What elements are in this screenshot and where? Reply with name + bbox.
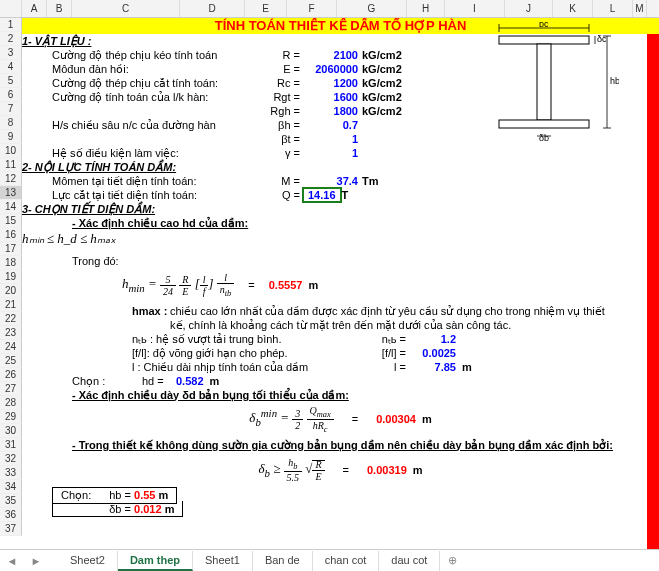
row-header-28[interactable]: 28: [0, 396, 22, 410]
row-header-33[interactable]: 33: [0, 466, 22, 480]
col-header-I[interactable]: I: [445, 0, 505, 17]
col-header-D[interactable]: D: [180, 0, 245, 17]
unit: T: [342, 189, 402, 201]
svg-rect-0: [499, 36, 589, 44]
label: Chọn :: [72, 375, 142, 388]
unit: m: [165, 503, 175, 515]
row-header-5[interactable]: 5: [0, 74, 22, 88]
value[interactable]: 0.7: [302, 119, 362, 131]
tab-chan-cot[interactable]: chan cot: [313, 551, 380, 571]
row-header-4[interactable]: 4: [0, 60, 22, 74]
row-header-32[interactable]: 32: [0, 452, 22, 466]
value[interactable]: 1.2: [406, 333, 456, 345]
col-header-J[interactable]: J: [505, 0, 553, 17]
value[interactable]: 37.4: [302, 175, 362, 187]
formula-deltab-min: δbmin = 32 QmaxhRc: [249, 405, 333, 434]
row-header-23[interactable]: 23: [0, 326, 22, 340]
row-header-31[interactable]: 31: [0, 438, 22, 452]
unit: kG/cm2: [362, 63, 422, 75]
tab-dau-cot[interactable]: dau cot: [379, 551, 440, 571]
subsection-3b: - Xác định chiều dày δd bản bụng tối thi…: [72, 389, 349, 402]
label: Cường độ tính toán của l/k hàn:: [52, 91, 262, 104]
tab-nav-prev-icon[interactable]: ◄: [0, 555, 24, 567]
row-header-26[interactable]: 26: [0, 368, 22, 382]
choice-box-2: Chọn: δb = 0.012 m: [52, 501, 183, 517]
col-header-M[interactable]: M: [633, 0, 647, 17]
worksheet-area[interactable]: TÍNH TOÁN THIẾT KẾ DẦM TỔ HỢP HÀN 1- VẬT…: [22, 18, 659, 549]
value[interactable]: 1600: [302, 91, 362, 103]
tab-sheet2[interactable]: Sheet2: [58, 551, 118, 571]
result: 0.00319: [367, 464, 407, 476]
value[interactable]: 1: [302, 133, 362, 145]
label: H/s chiều sâu n/c của đường hàn: [52, 119, 262, 132]
value[interactable]: 1200: [302, 77, 362, 89]
row-header-21[interactable]: 21: [0, 298, 22, 312]
row-header-17[interactable]: 17: [0, 242, 22, 256]
row-header-24[interactable]: 24: [0, 340, 22, 354]
col-header-K[interactable]: K: [553, 0, 593, 17]
row-header-15[interactable]: 15: [0, 214, 22, 228]
row-header-1[interactable]: 1: [0, 18, 22, 32]
row-header-3[interactable]: 3: [0, 46, 22, 60]
value[interactable]: 2060000: [302, 63, 362, 75]
symbol: βt =: [262, 133, 302, 145]
row-header-12[interactable]: 12: [0, 172, 22, 186]
add-sheet-icon[interactable]: ⊕: [440, 554, 464, 567]
row-header-8[interactable]: 8: [0, 116, 22, 130]
unit: kG/cm2: [362, 49, 422, 61]
row-header-2[interactable]: 2: [0, 32, 22, 46]
row-header-30[interactable]: 30: [0, 424, 22, 438]
row-header-19[interactable]: 19: [0, 270, 22, 284]
value[interactable]: 1: [302, 147, 362, 159]
value[interactable]: 2100: [302, 49, 362, 61]
tab-dam-thep[interactable]: Dam thep: [118, 551, 193, 571]
row-header-11[interactable]: 11: [0, 158, 22, 172]
col-header-E[interactable]: E: [245, 0, 287, 17]
row-header-18[interactable]: 18: [0, 256, 22, 270]
row-header-6[interactable]: 6: [0, 88, 22, 102]
col-header-A[interactable]: A: [22, 0, 47, 17]
symbol: Rgt =: [262, 91, 302, 103]
row-header-29[interactable]: 29: [0, 410, 22, 424]
unit: kG/cm2: [362, 77, 422, 89]
value[interactable]: 0.0025: [406, 347, 456, 359]
row-header-35[interactable]: 35: [0, 494, 22, 508]
col-header-B[interactable]: B: [47, 0, 72, 17]
row-header-34[interactable]: 34: [0, 480, 22, 494]
col-header-H[interactable]: H: [407, 0, 445, 17]
value[interactable]: 0.012: [134, 503, 162, 515]
label-hmax: hmax :: [132, 305, 170, 317]
row-header-37[interactable]: 37: [0, 522, 22, 536]
col-header-L[interactable]: L: [593, 0, 633, 17]
row-header-10[interactable]: 10: [0, 144, 22, 158]
symbol: l =: [362, 361, 406, 373]
row-header-16[interactable]: 16: [0, 228, 22, 242]
tab-nav-next-icon[interactable]: ►: [24, 555, 48, 567]
value[interactable]: 7.85: [406, 361, 456, 373]
row-header-20[interactable]: 20: [0, 284, 22, 298]
selected-cell[interactable]: 14.16: [302, 187, 342, 203]
row-header-36[interactable]: 36: [0, 508, 22, 522]
col-header-G[interactable]: G: [337, 0, 407, 17]
row-header-25[interactable]: 25: [0, 354, 22, 368]
value[interactable]: 0.582: [176, 375, 204, 387]
row-header-27[interactable]: 27: [0, 382, 22, 396]
col-header-F[interactable]: F: [287, 0, 337, 17]
label: Chọn:: [61, 489, 91, 502]
row-header-13[interactable]: 13: [0, 186, 22, 200]
tab-sheet1[interactable]: Sheet1: [193, 551, 253, 571]
value[interactable]: 0.55: [134, 489, 155, 501]
tab-ban-de[interactable]: Ban de: [253, 551, 313, 571]
svg-rect-2: [499, 120, 589, 128]
row-header-9[interactable]: 9: [0, 130, 22, 144]
result: 0.5557: [269, 279, 303, 291]
value[interactable]: 1800: [302, 105, 362, 117]
col-header-C[interactable]: C: [72, 0, 180, 17]
row-header-14[interactable]: 14: [0, 200, 22, 214]
svg-text:bc: bc: [539, 22, 549, 29]
formula-hmin: hmin = 524 RE [lf] lntb: [122, 272, 234, 298]
text: chiều cao lớn nhất của dầm được xác định…: [170, 305, 605, 318]
row-header-22[interactable]: 22: [0, 312, 22, 326]
col-header-[interactable]: [0, 0, 22, 17]
row-header-7[interactable]: 7: [0, 102, 22, 116]
